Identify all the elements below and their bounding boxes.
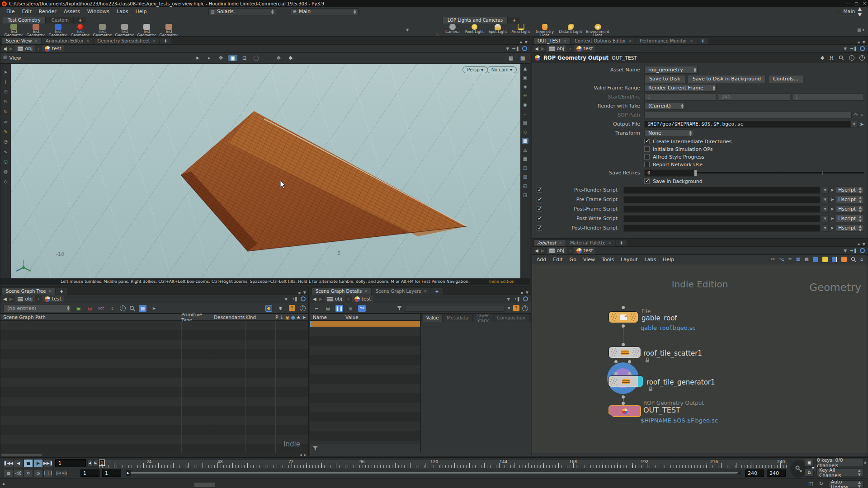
shelf-tool-point-light[interactable]: Point Light	[462, 23, 486, 34]
path-obj[interactable]: obj	[325, 296, 344, 302]
tab-scene-graph-details[interactable]: Scene Graph Details✕	[312, 288, 371, 295]
shelf-tool-camera[interactable]: Camera	[443, 23, 462, 34]
col-p-flag[interactable]: P	[275, 314, 278, 320]
close-icon[interactable]: ✕	[629, 39, 632, 43]
audio-icon[interactable]: ◁))	[14, 469, 23, 477]
node-roof-tile-scatter1[interactable]	[609, 347, 641, 358]
post-render-script-field[interactable]	[623, 225, 820, 232]
tree-mode-icon[interactable]: ⌐	[313, 305, 321, 312]
back-icon[interactable]: ◀	[3, 46, 7, 51]
filter-dropdown-icon[interactable]: ▼	[508, 306, 510, 310]
pane-maximize-icon[interactable]: ▪	[857, 242, 859, 246]
search-icon[interactable]	[851, 257, 856, 262]
close-button[interactable]: ✕	[863, 1, 866, 6]
search-icon[interactable]	[839, 55, 844, 61]
range-end-field[interactable]: 240	[745, 469, 764, 477]
viewport-3d[interactable]: -10 5 Persp ▾ No cam ▾	[11, 64, 520, 278]
close-icon[interactable]: ✕	[559, 241, 562, 245]
menu-tools[interactable]: Tools	[602, 257, 614, 263]
post-write-script-language[interactable]: Hscript▲▼	[836, 215, 864, 222]
menu-help[interactable]: Help	[135, 9, 146, 14]
select-mode-icon[interactable]: ➤	[150, 305, 158, 312]
shelf-tab-test-geometry[interactable]: Test Geometry	[3, 17, 46, 23]
tree-filter-dropdown[interactable]: (no entries)▲▼	[3, 305, 71, 312]
menu-add[interactable]: Add	[537, 257, 546, 263]
col-kind[interactable]: Kind	[245, 314, 275, 320]
expr-icon[interactable]: ➤	[830, 226, 834, 230]
show-geometry-icon[interactable]: ▣	[75, 305, 82, 312]
tab-geometry-spreadsheet[interactable]: Geometry Spreadsheet✕	[94, 38, 160, 44]
play-backward-button[interactable]: ◀	[14, 459, 23, 467]
transform-dropdown[interactable]: None▲▼	[644, 129, 693, 137]
forward-icon[interactable]: ▶	[9, 46, 13, 51]
loop-icon[interactable]: ↺	[24, 469, 33, 477]
filter-funnel-icon[interactable]	[312, 446, 318, 451]
asset-name-dropdown[interactable]: rop_geometry▲▼	[644, 66, 698, 74]
menu-view[interactable]: View	[583, 257, 595, 263]
maximize-button[interactable]: ▢	[854, 1, 859, 6]
pose-tool-icon[interactable]: ☉	[2, 89, 9, 95]
scoped-channels-icon[interactable]: ▣	[805, 459, 814, 467]
detail-tab-composition[interactable]: Composition	[494, 314, 529, 322]
info-icon[interactable]: i	[120, 305, 126, 311]
alfred-style-progress-checkbox[interactable]	[644, 154, 650, 160]
render-with-take-dropdown[interactable]: (Current)▲▼	[644, 102, 685, 110]
filter-funnel-icon[interactable]	[396, 305, 402, 311]
measure-tool-icon[interactable]: ◶	[2, 159, 9, 164]
pane-maximize-icon[interactable]: ▪	[519, 40, 522, 44]
forward-icon[interactable]: ▶	[541, 46, 545, 51]
close-icon[interactable]: ✕	[364, 289, 368, 293]
close-icon[interactable]: ✕	[86, 39, 90, 43]
tab-animation-editor[interactable]: Animation Editor✕	[42, 38, 93, 44]
wireframe-icon[interactable]: ◇	[522, 129, 528, 135]
path-obj[interactable]: obj	[547, 247, 566, 254]
save-to-disk-background-button[interactable]: Save to Disk in Background	[688, 75, 766, 83]
slider-handle[interactable]	[694, 169, 697, 176]
shelf-tab-lop-lights-cameras[interactable]: LOP Lights and Cameras	[443, 17, 508, 23]
view-tool-icon[interactable]: ▣	[228, 55, 237, 61]
pin-icon[interactable]: →❚	[513, 297, 520, 301]
shelf-tab-custom[interactable]: Custom	[47, 17, 74, 23]
step-forward-button[interactable]: ▶	[93, 460, 98, 467]
grid-snap-icon[interactable]: ▦	[796, 257, 800, 262]
cut-icon[interactable]: ✂	[771, 257, 774, 262]
list-mode-icon[interactable]: ▤	[324, 305, 332, 312]
close-icon[interactable]: ✕	[34, 39, 38, 43]
path-dropdown-icon[interactable]: ▼	[506, 47, 509, 51]
help-icon[interactable]: ?	[522, 305, 528, 311]
main-selector[interactable]: ⊕ Main ▲▼	[291, 8, 359, 15]
houdini-help-icon[interactable]: H	[829, 55, 834, 61]
pane-maximize-icon[interactable]: ▪	[520, 291, 523, 295]
close-icon[interactable]: ✕	[608, 241, 611, 245]
snapshot-icon[interactable]: ◫	[522, 165, 528, 171]
save-to-disk-button[interactable]: Save to Disk	[644, 75, 685, 83]
new-tab-button[interactable]: +	[160, 38, 171, 44]
path-dropdown-icon[interactable]: ▼	[284, 297, 288, 301]
range-start-field[interactable]: 1	[80, 469, 99, 477]
gallery-icon[interactable]	[841, 257, 847, 262]
flipbook-icon[interactable]: ▥	[522, 174, 528, 180]
shading-mode-icon[interactable]: ◉	[522, 102, 528, 108]
pane-menu-icon[interactable]: ▼	[526, 291, 528, 295]
range-slider[interactable]: ▶ ◀	[126, 470, 741, 476]
step-back-button[interactable]: ◀	[87, 460, 92, 467]
menu-assets[interactable]: Assets	[64, 9, 80, 14]
save-in-background-checkbox[interactable]	[644, 178, 650, 184]
visualizers-icon[interactable]: ◬	[522, 147, 528, 153]
gear-icon[interactable]: ✱	[277, 305, 284, 312]
range-slider-left-handle[interactable]: ▶	[126, 470, 131, 476]
tree-hscrollbar[interactable]: ◀ ▶	[0, 453, 308, 457]
jump-to-end-button[interactable]: ▶▶❚	[43, 459, 53, 467]
back-icon[interactable]: ◀	[313, 296, 316, 301]
dropdown-icon[interactable]: ▼	[822, 225, 829, 232]
tab-performance-monitor[interactable]: Performance Monitor✕	[636, 38, 696, 44]
display-opts-icon[interactable]: ≑	[108, 305, 116, 312]
post-frame-script-field[interactable]	[623, 206, 820, 213]
help-icon[interactable]: ?	[300, 305, 306, 311]
path-test[interactable]: test	[42, 45, 64, 52]
network-graph[interactable]: Indie Edition Geometry File gable_roof g…	[532, 264, 868, 453]
close-icon[interactable]: ✕	[690, 39, 693, 43]
detail-tab-metadata[interactable]: Metadata	[443, 314, 472, 322]
keys-expand-icon[interactable]: ▲	[864, 460, 866, 464]
tab-material-palette[interactable]: Material Palette✕	[566, 240, 615, 246]
